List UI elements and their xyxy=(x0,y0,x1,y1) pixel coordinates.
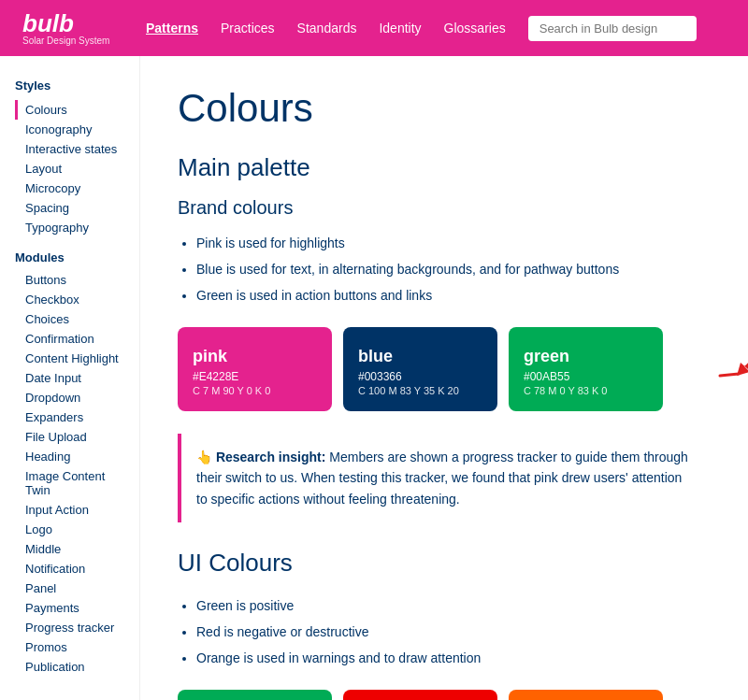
sidebar-item-layout[interactable]: Layout xyxy=(15,159,124,179)
swatch-green-name: green xyxy=(524,347,648,366)
swatch-blue: blue #003366 C 100 M 83 Y 35 K 20 xyxy=(343,327,497,411)
sidebar-item-choices[interactable]: Choices xyxy=(15,309,124,329)
sidebar-item-iconography[interactable]: Iconography xyxy=(15,120,124,139)
nav-identity[interactable]: Identity xyxy=(379,21,421,36)
ui-colours-section: UI Colours Green is positive Red is nega… xyxy=(178,549,711,700)
sidebar-item-dropdown[interactable]: Dropdown xyxy=(15,388,124,407)
insight-title: Research insight: xyxy=(216,450,325,464)
sidebar-item-checkbox[interactable]: Checkbox xyxy=(15,290,124,309)
search-input[interactable] xyxy=(528,16,697,41)
modules-section-title: Modules xyxy=(15,250,124,264)
brand-color-swatches: pink #E4228E C 7 M 90 Y 0 K 0 blue #0033… xyxy=(178,327,663,411)
sidebar-item-logo[interactable]: Logo xyxy=(15,520,124,539)
sidebar-item-input-action[interactable]: Input Action xyxy=(15,500,124,520)
sidebar-item-promos[interactable]: Promos xyxy=(15,637,124,657)
main-palette-title: Main palette xyxy=(178,153,711,182)
swatch-blue-cmyk: C 100 M 83 Y 35 K 20 xyxy=(358,385,482,396)
page-title: Colours xyxy=(178,86,711,131)
sidebar-item-heading[interactable]: Heading xyxy=(15,447,124,466)
swatch-ui-green: green #00AB55 xyxy=(178,690,332,700)
brand-colours-title: Brand colours xyxy=(178,197,711,219)
sidebar-item-interactive-states[interactable]: Interactive states xyxy=(15,139,124,159)
brand-bullet-0: Pink is used for highlights xyxy=(196,230,711,256)
nav-patterns[interactable]: Patterns xyxy=(146,21,198,36)
swatch-green: green #00AB55 C 78 M 0 Y 83 K 0 xyxy=(509,327,663,411)
insight-emoji: 👆 xyxy=(196,450,212,464)
swatch-green-hex: #00AB55 xyxy=(524,370,648,383)
swatch-pink-cmyk: C 7 M 90 Y 0 K 0 xyxy=(193,385,317,396)
ui-color-swatches: green #00AB55 red #EE0000 orange #FF6200 xyxy=(178,690,711,700)
sidebar: Styles Colours Iconography Interactive s… xyxy=(0,56,140,700)
logo-subtitle: Solar Design System xyxy=(22,36,116,46)
ui-bullet-1: Red is negative or destructive xyxy=(196,619,711,645)
sidebar-item-panel[interactable]: Panel xyxy=(15,579,124,598)
swatch-green-cmyk: C 78 M 0 Y 83 K 0 xyxy=(524,385,648,396)
sidebar-item-buttons[interactable]: Buttons xyxy=(15,270,124,290)
sidebar-item-spacing[interactable]: Spacing xyxy=(15,198,124,218)
nav-standards[interactable]: Standards xyxy=(297,21,357,36)
sidebar-item-notification[interactable]: Notification xyxy=(15,559,124,579)
sidebar-item-file-upload[interactable]: File Upload xyxy=(15,427,124,447)
swatch-ui-red: red #EE0000 xyxy=(343,690,497,700)
research-insight-box: 👆 Research insight: Members are shown a … xyxy=(178,434,711,522)
swatch-pink: pink #E4228E C 7 M 90 Y 0 K 0 xyxy=(178,327,332,411)
swatch-ui-orange: orange #FF6200 xyxy=(509,690,663,700)
main-content: Colours Main palette Brand colours Pink … xyxy=(140,56,748,700)
main-palette-section: Main palette Brand colours Pink is used … xyxy=(178,153,711,522)
sidebar-item-expanders[interactable]: Expanders xyxy=(15,407,124,427)
styles-section-title: Styles xyxy=(15,79,124,93)
sidebar-item-date-input[interactable]: Date Input xyxy=(15,368,124,388)
svg-line-0 xyxy=(720,374,739,376)
sidebar-item-payments[interactable]: Payments xyxy=(15,598,124,618)
sidebar-item-progress-tracker[interactable]: Progress tracker xyxy=(15,618,124,637)
header: bulb Solar Design System Patterns Practi… xyxy=(0,0,748,56)
brand-bullet-1: Blue is used for text, in alternating ba… xyxy=(196,256,711,282)
nav-glossaries[interactable]: Glossaries xyxy=(444,21,506,36)
sidebar-item-image-content-twin[interactable]: Image Content Twin xyxy=(15,466,124,500)
ui-bullet-2: Orange is used in warnings and to draw a… xyxy=(196,645,711,671)
sidebar-item-confirmation[interactable]: Confirmation xyxy=(15,329,124,349)
sidebar-item-microcopy[interactable]: Microcopy xyxy=(15,179,124,198)
logo: bulb Solar Design System xyxy=(22,11,116,46)
logo-text: bulb xyxy=(22,11,116,36)
swatch-blue-name: blue xyxy=(358,347,482,366)
sidebar-item-typography[interactable]: Typography xyxy=(15,218,124,237)
ui-bullets-list: Green is positive Red is negative or des… xyxy=(178,593,711,671)
nav-practices[interactable]: Practices xyxy=(221,21,275,36)
sidebar-item-colours[interactable]: Colours xyxy=(15,100,124,120)
ui-colours-title: UI Colours xyxy=(178,549,711,578)
red-arrow-annotation xyxy=(673,308,748,383)
main-nav: Patterns Practices Standards Identity Gl… xyxy=(146,16,726,41)
sidebar-item-publication[interactable]: Publication xyxy=(15,657,124,677)
brand-bullets-list: Pink is used for highlights Blue is used… xyxy=(178,230,711,308)
ui-bullet-0: Green is positive xyxy=(196,593,711,619)
swatch-pink-hex: #E4228E xyxy=(193,370,317,383)
sidebar-item-content-highlight[interactable]: Content Highlight xyxy=(15,349,124,368)
brand-swatches-area: pink #E4228E C 7 M 90 Y 0 K 0 blue #0033… xyxy=(178,327,711,434)
sidebar-item-middle[interactable]: Middle xyxy=(15,539,124,559)
swatch-blue-hex: #003366 xyxy=(358,370,482,383)
brand-bullet-2: Green is used in action buttons and link… xyxy=(196,282,711,308)
swatch-pink-name: pink xyxy=(193,347,317,366)
main-layout: Styles Colours Iconography Interactive s… xyxy=(0,56,748,700)
